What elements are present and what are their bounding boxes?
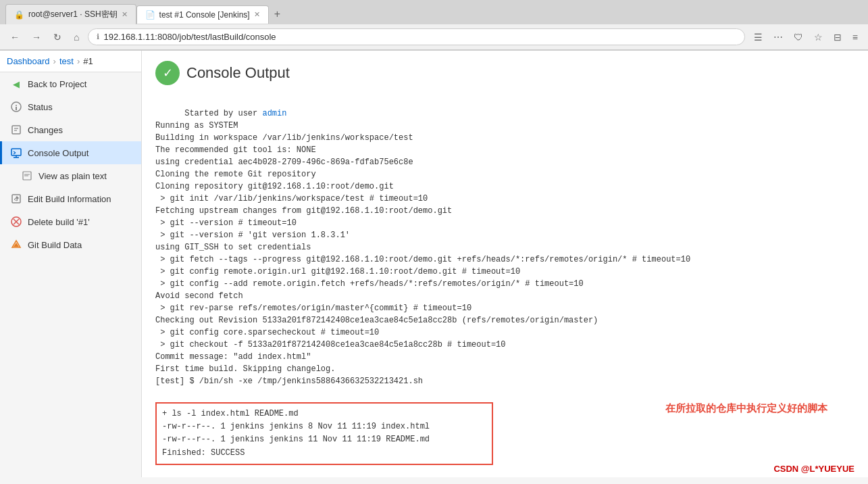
console-icon — [10, 147, 22, 159]
home-button[interactable]: ⌂ — [70, 30, 82, 44]
star-button[interactable]: ☆ — [811, 30, 826, 44]
svg-point-1 — [16, 105, 17, 106]
svg-rect-6 — [11, 149, 21, 155]
console-line-13: > git fetch --tags --progress git@192.16… — [155, 255, 690, 264]
extensions-button[interactable]: ⋯ — [770, 30, 786, 44]
console-line-14: > git config remote.origin.url git@192.1… — [155, 267, 520, 276]
lock-icon: ℹ — [97, 32, 99, 41]
plaintext-icon — [21, 170, 33, 182]
breadcrumb-test[interactable]: test — [59, 56, 74, 66]
svg-rect-3 — [12, 126, 20, 134]
console-line-2: Running as SYSTEM — [155, 121, 238, 130]
sidebar-editbuild-label: Edit Build Information — [28, 194, 111, 204]
highlighted-line-3: -rw-r--r--. 1 jenkins jenkins 11 Nov 11 … — [162, 433, 486, 446]
changes-icon — [10, 124, 22, 136]
git-icon — [10, 239, 22, 251]
admin-link[interactable]: admin — [262, 109, 286, 118]
sidebar-item-back[interactable]: ◀ Back to Project — [0, 72, 141, 95]
console-line-18: Checking out Revision 5133a201f872142408… — [155, 316, 598, 325]
highlighted-output: + ls -l index.html README.md -rw-r--r--.… — [155, 402, 493, 465]
bookmark-button[interactable]: ☰ — [750, 30, 766, 44]
sidebar-toggle-button[interactable]: ⊟ — [830, 30, 845, 44]
highlighted-line-4: Finished: SUCCESS — [162, 447, 486, 460]
console-line-4: The recommended git tool is: NONE — [155, 145, 316, 155]
console-line-3: Building in workspace /var/lib/jenkins/w… — [155, 133, 413, 143]
console-line-10: > git --version # timeout=10 — [155, 218, 297, 228]
reload-button[interactable]: ↻ — [50, 30, 65, 44]
tab-jenkins-icon: 📄 — [145, 10, 155, 20]
console-line-1: Started by user admin — [184, 109, 286, 118]
browser-nav: ← → ↻ ⌂ ℹ 192.168.1.11:8080/job/test/las… — [0, 24, 868, 50]
sidebar-console-label: Console Output — [28, 148, 88, 158]
console-highlight-section: 在所拉取的仓库中执行定义好的脚本 + ls -l index.html READ… — [155, 402, 854, 465]
console-line-5: using credential aec4b028-2709-496c-869a… — [155, 158, 413, 167]
breadcrumb-dashboard[interactable]: Dashboard — [7, 56, 50, 66]
status-icon — [10, 101, 22, 113]
back-button[interactable]: ← — [7, 30, 23, 44]
console-line-7: Cloning repository git@192.168.1.10:root… — [155, 182, 394, 191]
new-tab-button[interactable]: + — [269, 5, 286, 23]
tab-ssh[interactable]: 🔒 root@server1 · SSH密钥 ✕ — [5, 4, 136, 24]
address-bar[interactable]: ℹ 192.168.1.11:8080/job/test/lastBuild/c… — [88, 28, 744, 45]
back-icon: ◀ — [10, 78, 22, 90]
tab-jenkins-label: test #1 Console [Jenkins] — [159, 10, 250, 20]
sidebar-changes-label: Changes — [28, 125, 63, 135]
console-output: Started by user admin Running as SYSTEM … — [155, 95, 854, 400]
sidebar-menu: ◀ Back to Project Status Changes — [0, 72, 141, 256]
console-line-12: using GIT_SSH to set credentials — [155, 243, 311, 252]
sidebar-status-label: Status — [28, 102, 53, 112]
sidebar-item-status[interactable]: Status — [0, 95, 141, 118]
sidebar-back-label: Back to Project — [28, 79, 86, 89]
forward-button[interactable]: → — [28, 30, 45, 44]
console-line-17: > git rev-parse refs/remotes/origin/mast… — [155, 304, 471, 313]
sidebar-item-editbuild[interactable]: Edit Build Information — [0, 187, 141, 210]
main-content: ✓ Console Output Started by user admin R… — [142, 51, 868, 477]
annotation-text: 在所拉取的仓库中执行定义好的脚本 — [665, 402, 827, 415]
console-line-22: First time build. Skipping changelog. — [155, 364, 335, 374]
sidebar-item-gitdata[interactable]: Git Build Data — [0, 233, 141, 256]
highlighted-line-1: + ls -l index.html README.md — [162, 408, 486, 420]
csdn-watermark: CSDN @L*YUEYUE — [773, 464, 854, 474]
shield-button[interactable]: 🛡 — [790, 30, 807, 44]
sidebar-item-changes[interactable]: Changes — [0, 118, 141, 141]
svg-line-10 — [14, 153, 16, 154]
nav-actions: ☰ ⋯ 🛡 ☆ ⊟ ≡ — [750, 30, 861, 44]
console-line-8: > git init /var/lib/jenkins/workspace/te… — [155, 194, 428, 203]
sidebar-plaintext-label: View as plain text — [39, 171, 107, 181]
tab-jenkins[interactable]: 📄 test #1 Console [Jenkins] ✕ — [136, 5, 269, 24]
menu-button[interactable]: ≡ — [849, 30, 861, 44]
console-line-23: [test] $ /bin/sh -xe /tmp/jenkins5886436… — [155, 377, 423, 386]
edit-icon — [10, 193, 22, 205]
svg-rect-2 — [16, 107, 17, 110]
breadcrumb-sep2: › — [77, 56, 80, 66]
sidebar-item-console[interactable]: Console Output — [0, 141, 141, 164]
tab-ssh-icon: 🔒 — [14, 10, 24, 20]
breadcrumb-sep1: › — [53, 56, 56, 66]
console-line-6: Cloning the remote Git repository — [155, 170, 316, 179]
breadcrumb: Dashboard › test › #1 — [0, 51, 141, 72]
console-line-21: Commit message: "add index.html" — [155, 352, 311, 362]
tab-ssh-close[interactable]: ✕ — [122, 10, 128, 19]
page-title: Console Output — [186, 64, 290, 82]
tab-bar: 🔒 root@server1 · SSH密钥 ✕ 📄 test #1 Conso… — [0, 0, 868, 24]
address-text: 192.168.1.11:8080/job/test/lastBuild/con… — [103, 32, 736, 42]
page-header: ✓ Console Output — [155, 61, 854, 85]
console-line-16: Avoid second fetch — [155, 291, 243, 301]
sidebar-gitdata-label: Git Build Data — [28, 240, 82, 250]
sidebar-delete-label: Delete build '#1' — [28, 217, 90, 227]
sidebar-item-deletebuild[interactable]: Delete build '#1' — [0, 210, 141, 233]
breadcrumb-build: #1 — [83, 56, 93, 66]
browser-chrome: 🔒 root@server1 · SSH密钥 ✕ 📄 test #1 Conso… — [0, 0, 868, 51]
highlighted-line-2: -rw-r--r--. 1 jenkins jenkins 8 Nov 11 1… — [162, 420, 486, 433]
sidebar: Dashboard › test › #1 ◀ Back to Project … — [0, 51, 142, 477]
console-line-19: > git config core.sparsecheckout # timeo… — [155, 328, 379, 337]
delete-icon — [10, 216, 22, 228]
console-line-20: > git checkout -f 5133a201f872142408ce1e… — [155, 340, 506, 349]
console-line-15: > git config --add remote.origin.fetch +… — [155, 279, 584, 289]
success-icon: ✓ — [155, 61, 180, 85]
sidebar-item-plaintext[interactable]: View as plain text — [0, 164, 141, 187]
page-layout: Dashboard › test › #1 ◀ Back to Project … — [0, 51, 868, 477]
tab-ssh-label: root@server1 · SSH密钥 — [28, 9, 118, 20]
console-line-11: > git --version # 'git version 1.8.3.1' — [155, 231, 350, 240]
tab-jenkins-close[interactable]: ✕ — [254, 10, 260, 19]
